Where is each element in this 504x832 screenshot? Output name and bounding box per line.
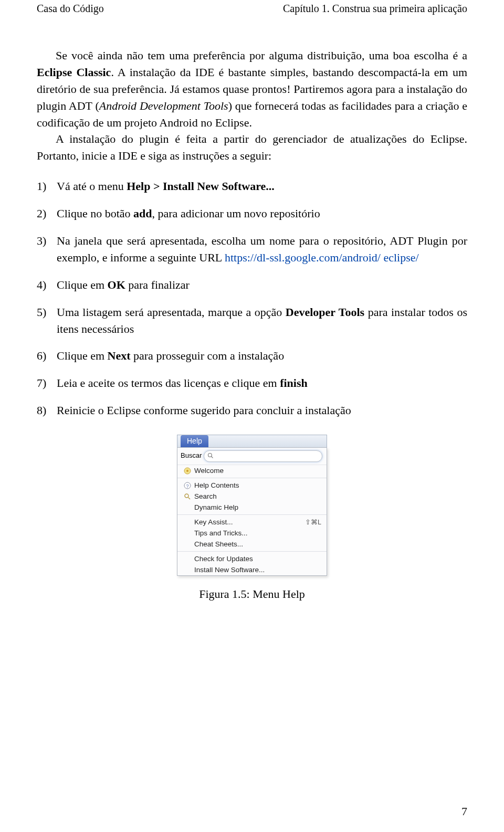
menu-item-help-contents[interactable]: ? Help Contents xyxy=(177,480,327,491)
paragraph-2: A instalação do plugin é feita a partir … xyxy=(37,131,467,164)
menubar: Help xyxy=(177,435,327,447)
svg-line-1 xyxy=(212,457,213,458)
menu-item-label: Search xyxy=(194,492,321,500)
figure-caption: Figura 1.5: Menu Help xyxy=(199,587,305,601)
step-number: 7) xyxy=(37,375,46,392)
page: Casa do Código Capítulo 1. Construa sua … xyxy=(0,0,504,832)
menu-item-search[interactable]: Search xyxy=(177,491,327,502)
menu-search-row: Buscar xyxy=(177,448,327,465)
menu-search-field[interactable] xyxy=(204,450,322,462)
eclipse-help-menu-screenshot: Help Buscar Welcome xyxy=(177,435,327,576)
url-link[interactable]: eclipse/ xyxy=(383,251,418,264)
menu-item-dynamic-help[interactable]: Dynamic Help xyxy=(177,502,327,513)
button-add: add xyxy=(133,207,152,220)
menu-item-tips-and-tricks[interactable]: Tips and Tricks... xyxy=(177,528,327,539)
svg-point-3 xyxy=(186,470,188,472)
text: para prosseguir com a instalação xyxy=(131,349,285,362)
text: Clique no botão xyxy=(57,207,133,220)
step-4: 4) Clique em OK para finalizar xyxy=(37,277,467,293)
menu-item-check-for-updates[interactable]: Check for Updates xyxy=(177,553,327,564)
body-text: Se você ainda não tem uma preferência po… xyxy=(37,47,467,164)
option-developer-tools: Developer Tools xyxy=(286,306,364,319)
menu-item-label: Help Contents xyxy=(194,481,321,489)
text: Uma listagem será apresentada, marque a … xyxy=(57,306,286,319)
url-link[interactable]: https://dl-ssl.google.com/android/ xyxy=(225,251,381,264)
text: para finalizar xyxy=(125,278,190,291)
button-ok: OK xyxy=(108,278,125,291)
welcome-icon xyxy=(183,467,192,475)
step-8: 8) Reinicie o Eclipse conforme sugerido … xyxy=(37,402,467,419)
term-adt: Android Development Tools xyxy=(99,99,228,112)
menu-separator xyxy=(177,551,327,552)
menu-separator xyxy=(177,514,327,515)
svg-point-0 xyxy=(208,454,212,457)
menu-item-label: Install New Software... xyxy=(194,566,321,574)
step-6: 6) Clique em Next para prosseguir com a … xyxy=(37,347,467,364)
step-3: 3) Na janela que será apresentada, escol… xyxy=(37,233,467,266)
steps-list: 1) Vá até o menu Help > Install New Soft… xyxy=(37,178,467,419)
text: Vá até o menu xyxy=(57,180,127,193)
menu-separator xyxy=(177,478,327,478)
search-icon xyxy=(207,452,214,459)
figure: Help Buscar Welcome xyxy=(37,435,467,601)
step-number: 8) xyxy=(37,402,46,419)
step-1: 1) Vá até o menu Help > Install New Soft… xyxy=(37,178,467,195)
running-head-right: Capítulo 1. Construa sua primeira aplica… xyxy=(283,3,467,15)
step-number: 1) xyxy=(37,178,46,195)
step-number: 2) xyxy=(37,205,46,222)
svg-text:?: ? xyxy=(186,483,188,488)
step-number: 6) xyxy=(37,347,46,364)
help-icon: ? xyxy=(183,482,192,489)
text: Leia e aceite os termos das licenças e c… xyxy=(57,376,280,389)
step-7: 7) Leia e aceite os termos das licenças … xyxy=(37,375,467,392)
menubar-item-help[interactable]: Help xyxy=(181,435,208,447)
menu-item-welcome[interactable]: Welcome xyxy=(177,465,327,476)
menu-item-install-new-software[interactable]: Install New Software... xyxy=(177,564,327,575)
running-head-left: Casa do Código xyxy=(37,3,104,15)
text: Reinicie o Eclipse conforme sugerido par… xyxy=(57,404,351,417)
running-head: Casa do Código Capítulo 1. Construa sua … xyxy=(37,3,467,15)
svg-line-7 xyxy=(188,497,191,499)
svg-point-6 xyxy=(185,494,188,498)
step-2: 2) Clique no botão add, para adicionar u… xyxy=(37,205,467,222)
button-finish: finish xyxy=(280,376,308,389)
step-number: 5) xyxy=(37,304,46,321)
step-number: 4) xyxy=(37,277,46,293)
text: Se você ainda não tem uma preferência po… xyxy=(56,49,467,62)
menu-item-label: Key Assist... xyxy=(194,518,305,526)
text: Clique em xyxy=(57,349,108,362)
step-number: 3) xyxy=(37,233,46,249)
button-next: Next xyxy=(108,349,131,362)
menu-item-label: Welcome xyxy=(194,467,321,475)
paragraph-1: Se você ainda não tem uma preferência po… xyxy=(37,47,467,131)
page-number: 7 xyxy=(461,805,467,818)
menu-path: Help > Install New Software... xyxy=(127,180,275,193)
menu-item-label: Check for Updates xyxy=(194,555,321,563)
text: Clique em xyxy=(57,278,108,291)
menu-item-label: Dynamic Help xyxy=(194,503,321,511)
menu-item-cheat-sheets[interactable]: Cheat Sheets... xyxy=(177,539,327,550)
keyboard-shortcut: ⇧⌘L xyxy=(305,518,321,526)
menu-item-label: Cheat Sheets... xyxy=(194,540,321,548)
search-icon xyxy=(183,493,192,500)
step-5: 5) Uma listagem será apresentada, marque… xyxy=(37,304,467,338)
menu-search-input[interactable] xyxy=(216,451,319,460)
text: , para adicionar um novo repositório xyxy=(152,207,320,220)
menu-item-label: Tips and Tricks... xyxy=(194,529,321,537)
menu-item-key-assist[interactable]: Key Assist... ⇧⌘L xyxy=(177,517,327,528)
search-label: Buscar xyxy=(181,451,202,459)
term-eclipse-classic: Eclipse Classic xyxy=(37,66,111,79)
help-dropdown: Buscar Welcome ? xyxy=(177,447,327,576)
